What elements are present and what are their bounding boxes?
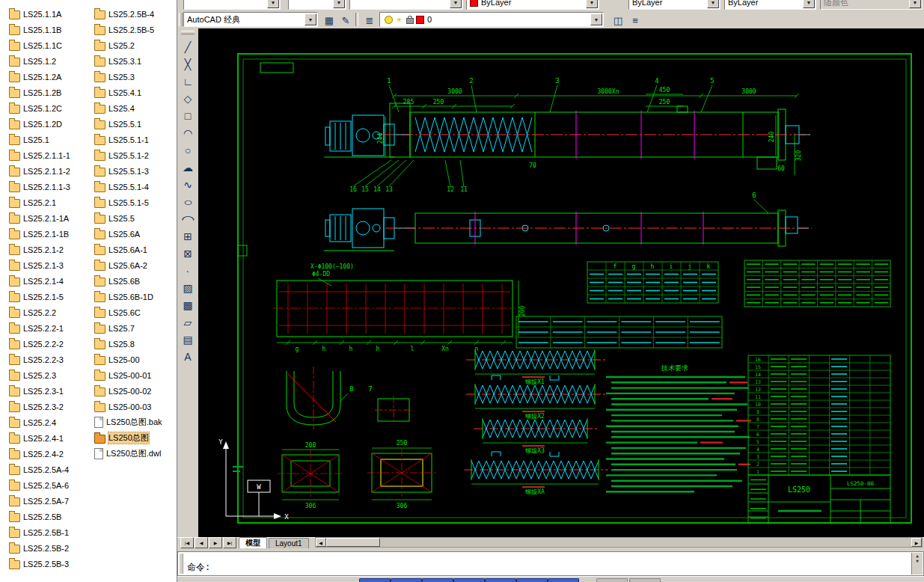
file-item[interactable]: LS25.2.2: [9, 304, 93, 320]
layer-lock-icon[interactable]: [406, 18, 414, 24]
command-window[interactable]: 命令: ▲▼: [177, 551, 924, 576]
file-item[interactable]: LS25.6A-2: [94, 257, 177, 273]
file-item[interactable]: LS25.5.1-1: [94, 132, 177, 147]
file-item[interactable]: LS25.1.2A: [9, 69, 93, 85]
file-item[interactable]: LS25.2.5A-6: [9, 477, 93, 493]
file-item[interactable]: LS25.2.5B-2: [9, 540, 93, 556]
file-item[interactable]: LS25.2.3-1: [9, 383, 93, 399]
tab-layout1[interactable]: Layout1: [269, 538, 309, 548]
file-item[interactable]: LS25.4.1: [94, 85, 177, 100]
file-item[interactable]: LS25.2.5A-4: [9, 462, 93, 477]
toolbar-grip[interactable]: [181, 31, 195, 34]
gradient-tool-button[interactable]: ▩: [179, 296, 197, 313]
polyline-tool-button[interactable]: ∟: [179, 73, 197, 90]
file-item[interactable]: LS25.2.1-1B: [9, 226, 93, 242]
chevron-down-icon[interactable]: ▼: [450, 0, 462, 8]
status-toggle[interactable]: [391, 578, 422, 582]
file-item[interactable]: LS25.2.1-4: [9, 273, 93, 289]
revision-cloud-tool-button[interactable]: ☁: [179, 159, 197, 176]
scrollbar-thumb[interactable]: [326, 538, 380, 547]
file-item[interactable]: LS25.2.3-2: [9, 399, 93, 414]
last-tab-button[interactable]: ▶|: [223, 537, 236, 548]
file-item[interactable]: LS25.1.1B: [9, 22, 93, 37]
status-toggle[interactable]: [453, 578, 485, 582]
file-item[interactable]: LS25.2.2-2: [9, 336, 93, 352]
file-item[interactable]: LS25.6C: [94, 304, 177, 320]
file-item[interactable]: LS25.2.5B-5: [94, 22, 177, 37]
make-block-tool-button[interactable]: ⊠: [179, 245, 197, 262]
file-item[interactable]: LS25.2.4-1: [9, 430, 93, 446]
file-item[interactable]: LS25.2.1.1-3: [9, 179, 93, 194]
file-item[interactable]: LS25.2.1.1-1: [9, 147, 93, 163]
polygon-tool-button[interactable]: ◇: [179, 90, 197, 107]
chevron-down-icon[interactable]: ▼: [333, 0, 345, 8]
style-combo-a[interactable]: ▼: [183, 0, 281, 10]
file-item[interactable]: LS25.2.5B-1: [9, 524, 93, 540]
table-tool-button[interactable]: ▤: [179, 331, 197, 348]
insert-block-tool-button[interactable]: ⊞: [179, 227, 197, 245]
style-combo-b[interactable]: ▼: [288, 0, 346, 10]
construction-line-tool-button[interactable]: ╳: [179, 55, 197, 73]
hatch-tool-button[interactable]: ▨: [179, 279, 197, 296]
file-item[interactable]: LS25.5.1-2: [94, 147, 177, 163]
layer-states-button[interactable]: ◫: [610, 12, 626, 28]
file-item[interactable]: LS25.2.4: [9, 414, 93, 430]
layer-on-bulb-icon[interactable]: [385, 16, 393, 24]
file-item[interactable]: LS25.2.1: [9, 194, 93, 210]
file-item[interactable]: LS250总图.dwl: [94, 446, 177, 462]
spline-tool-button[interactable]: ∿: [179, 176, 197, 193]
markup-button[interactable]: ✎: [337, 12, 354, 28]
scroll-left-icon[interactable]: ◀: [316, 538, 326, 547]
status-toggle[interactable]: [629, 578, 661, 582]
chevron-down-icon[interactable]: ▼: [586, 0, 598, 8]
file-item[interactable]: LS25-00-03: [94, 399, 177, 414]
file-item[interactable]: LS25.6B-1D: [94, 289, 177, 304]
circle-tool-button[interactable]: ○: [179, 141, 197, 159]
file-item[interactable]: LS25.2.5A-7: [9, 493, 93, 509]
file-item[interactable]: LS25.2.1-2: [9, 242, 93, 257]
file-item[interactable]: LS25.5.1-3: [94, 163, 177, 179]
chevron-down-icon[interactable]: ▼: [305, 13, 316, 25]
file-item[interactable]: LS25-00: [94, 352, 177, 367]
file-item[interactable]: LS25.2.4-2: [9, 446, 93, 462]
file-item[interactable]: LS25.8: [94, 336, 177, 352]
status-toggle[interactable]: [359, 578, 391, 582]
rectangle-tool-button[interactable]: □: [179, 107, 197, 124]
horizontal-scrollbar[interactable]: ◀ ▶: [315, 537, 923, 548]
file-item[interactable]: LS25.2.1-3: [9, 257, 93, 273]
chevron-down-icon[interactable]: ▼: [803, 0, 815, 8]
arc-tool-button[interactable]: ◠: [179, 124, 197, 141]
chevron-down-icon[interactable]: ▼: [590, 13, 602, 25]
tab-model[interactable]: 模型: [239, 537, 267, 548]
linetype-combo[interactable]: ByLayer ▼: [628, 0, 720, 10]
file-item[interactable]: LS250总图: [94, 430, 177, 446]
color-combo[interactable]: ByLayer ▼: [466, 0, 599, 10]
file-item[interactable]: LS25.1.2D: [9, 116, 93, 132]
ellipse-arc-tool-button[interactable]: ◠: [179, 210, 197, 227]
chevron-down-icon[interactable]: ▼: [267, 0, 279, 8]
scroll-right-icon[interactable]: ▶: [911, 538, 922, 547]
file-item[interactable]: LS25.5.1: [94, 116, 177, 132]
region-tool-button[interactable]: ▱: [179, 313, 197, 331]
drawing-canvas[interactable]: 1 2 3 4 5 6 3000 3000Xn 3000 285 250: [198, 28, 924, 537]
prev-tab-button[interactable]: ◀: [195, 537, 208, 548]
line-tool-button[interactable]: ╱: [179, 38, 197, 55]
file-item[interactable]: LS25.2.1-5: [9, 289, 93, 304]
toolbar-grip[interactable]: [179, 13, 183, 26]
file-item[interactable]: LS25.6B: [94, 273, 177, 289]
layer-freeze-icon[interactable]: ☀: [396, 16, 403, 24]
status-toggle[interactable]: [548, 578, 579, 582]
status-toggle[interactable]: [485, 578, 516, 582]
status-toggle[interactable]: [596, 578, 628, 582]
file-item[interactable]: LS25.3: [94, 69, 177, 85]
file-item[interactable]: LS25.7: [94, 320, 177, 336]
file-item[interactable]: LS25.2.3: [9, 367, 93, 383]
ellipse-tool-button[interactable]: ○: [179, 193, 197, 210]
file-item[interactable]: LS25.1.2C: [9, 100, 93, 116]
file-item[interactable]: LS25.4: [94, 100, 177, 116]
file-item[interactable]: LS25.2.1.1-2: [9, 163, 93, 179]
layer-properties-button[interactable]: ≣: [361, 12, 378, 28]
file-item[interactable]: LS25.1.1C: [9, 37, 93, 53]
file-item[interactable]: LS25.1: [9, 132, 93, 147]
file-item[interactable]: LS25.6A-1: [94, 242, 177, 257]
